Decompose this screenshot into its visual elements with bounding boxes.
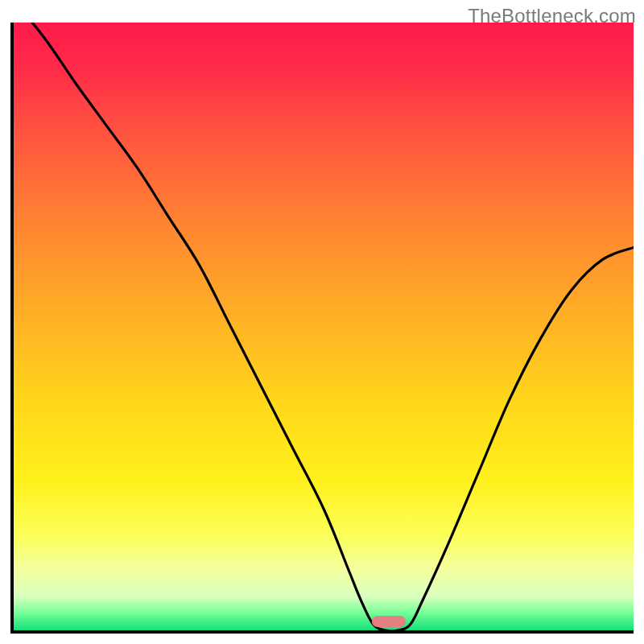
chart-container: TheBottleneck.com bbox=[0, 0, 644, 644]
plot-area bbox=[10, 23, 634, 634]
bottleneck-curve bbox=[14, 23, 634, 630]
watermark-text: TheBottleneck.com bbox=[468, 5, 636, 27]
optimal-range-marker bbox=[372, 616, 406, 627]
